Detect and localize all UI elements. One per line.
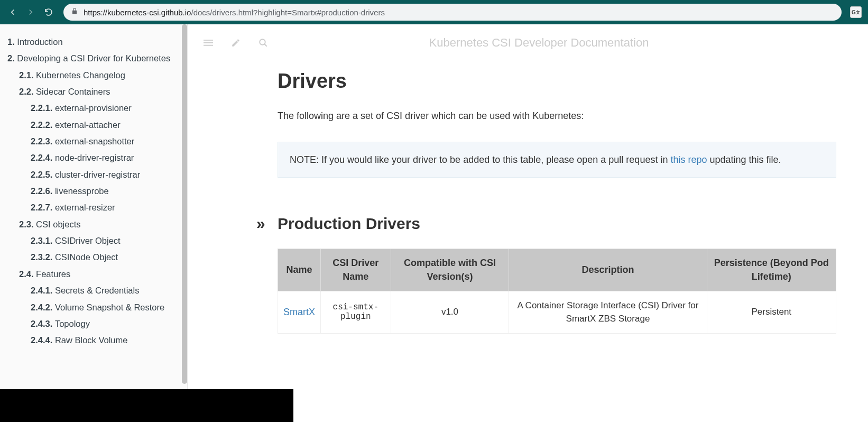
table-header: Compatible with CSI Version(s) [391,249,509,291]
toc-item[interactable]: 2.2.6. livenessprobe [31,183,187,199]
toc-item[interactable]: 2.4. Features [19,266,187,282]
toc-item[interactable]: 2.2.4. node-driver-registrar [31,150,187,166]
note-block: NOTE: If you would like your driver to b… [278,142,836,178]
edit-icon[interactable] [231,38,241,48]
svg-rect-2 [204,45,213,46]
book-title[interactable]: Kubernetes CSI Developer Documentation [268,36,852,50]
driver-desc: A Container Storage Interface (CSI) Driv… [509,291,707,333]
toc-item[interactable]: 2.3.2. CSINode Object [31,249,187,265]
toc-item[interactable]: 2.2.1. external-provisioner [31,100,187,116]
driver-link[interactable]: SmartX [283,307,315,317]
driver-persistence: Persistent [707,291,836,333]
browser-toolbar: https://kubernetes-csi.github.io/docs/dr… [0,0,868,24]
toc-item[interactable]: 2.4.4. Raw Block Volume [31,332,187,348]
toc-item[interactable]: 2.2.2. external-attacher [31,117,187,133]
anchor-icon[interactable]: » [256,215,265,233]
svg-point-3 [260,39,265,45]
bottom-black-strip [0,389,293,422]
toc-item[interactable]: 1. Introduction [7,34,187,50]
toc-item[interactable]: 2.3.1. CSIDriver Object [31,233,187,249]
intro-paragraph: The following are a set of CSI driver wh… [278,108,836,124]
sidebar-scrollbar[interactable] [182,24,187,384]
note-text-suffix: updating this file. [707,154,781,165]
table-row: SmartXcsi-smtx-pluginv1.0A Container Sto… [278,291,836,333]
toc-item[interactable]: 2.4.2. Volume Snapshot & Restore [31,299,187,316]
book-header: Kubernetes CSI Developer Documentation [188,24,868,54]
toc-item[interactable]: 2.3. CSI objects [19,216,187,233]
drivers-table: NameCSI Driver NameCompatible with CSI V… [278,249,836,333]
table-header: CSI Driver Name [321,249,391,291]
table-header: Persistence (Beyond Pod Lifetime) [707,249,836,291]
toc-item[interactable]: 2.1. Kubernetes Changelog [19,67,187,84]
translate-extension-icon[interactable]: G文 [850,6,862,18]
toc-item[interactable]: 2.2.3. external-snapshotter [31,133,187,150]
driver-version: v1.0 [391,291,509,333]
driver-code: csi-smtx-plugin [321,291,391,333]
toc-item[interactable]: 2.2. Sidecar Containers [19,84,187,100]
toc-item[interactable]: 2.4.3. Topology [31,316,187,332]
forward-button[interactable] [24,6,37,19]
toc-item[interactable]: 2.2.7. external-resizer [31,199,187,216]
reload-button[interactable] [42,6,55,19]
table-header: Description [509,249,707,291]
note-repo-link[interactable]: this repo [670,154,707,165]
address-bar[interactable]: https://kubernetes-csi.github.io/docs/dr… [63,4,842,21]
url-text: https://kubernetes-csi.github.io/docs/dr… [84,8,385,17]
lock-icon [71,7,78,17]
back-button[interactable] [6,6,19,19]
note-text-prefix: NOTE: If you would like your driver to b… [290,154,670,165]
toc-item[interactable]: 2. Developing a CSI Driver for Kubernete… [7,50,187,67]
hamburger-icon[interactable] [204,38,213,48]
svg-rect-1 [204,42,213,43]
section-heading: » Production Drivers [278,215,836,233]
toc-item[interactable]: 2.4.1. Secrets & Credentials [31,282,187,299]
page-body: Drivers The following are a set of CSI d… [188,54,868,422]
search-icon[interactable] [258,38,268,48]
page-title: Drivers [278,70,836,93]
svg-rect-0 [204,40,213,41]
table-header: Name [278,249,321,291]
toc-item[interactable]: 2.2.5. cluster-driver-registrar [31,167,187,183]
toc-sidebar: 1. Introduction2. Developing a CSI Drive… [0,24,188,422]
